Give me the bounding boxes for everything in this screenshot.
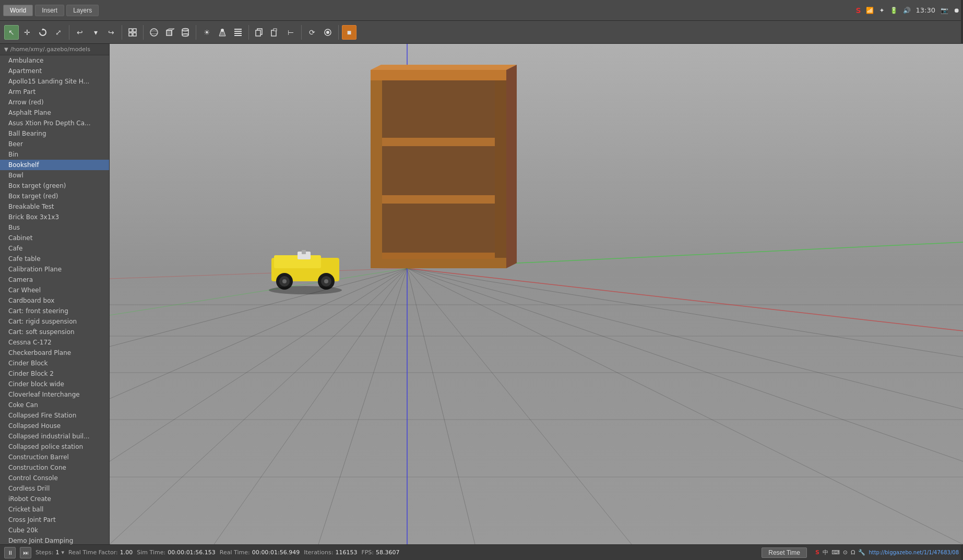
real-time-label: Real Time: (220, 549, 250, 556)
model-list-item[interactable]: Calibration Plane (0, 264, 109, 275)
toolbar-separator-5 (248, 25, 249, 40)
tab-world[interactable]: World (3, 5, 33, 16)
record-icon[interactable]: ⏺ (954, 7, 960, 14)
model-list-item[interactable]: Control Console (0, 473, 109, 483)
model-list-item[interactable]: Cart: rigid suspension (0, 316, 109, 327)
model-list-item[interactable]: Collapsed Fire Station (0, 410, 109, 421)
tab-insert[interactable]: Insert (35, 5, 64, 16)
model-list-item[interactable]: Brick Box 3x1x3 (0, 212, 109, 222)
model-list-item[interactable]: Cube 20k (0, 525, 109, 535)
copy-button[interactable] (252, 25, 267, 40)
orange-tool-button[interactable]: ■ (342, 25, 356, 40)
model-list-item[interactable]: Cinder Block 2 (0, 368, 109, 379)
model-list-item[interactable]: Collapsed House (0, 421, 109, 431)
svg-line-36 (318, 268, 407, 544)
model-list-item[interactable]: Coke Can (0, 400, 109, 410)
model-list-item[interactable]: Construction Barrel (0, 452, 109, 462)
model-list-item[interactable]: Ball Bearing (0, 128, 109, 139)
model-list-item[interactable]: Cinder Block (0, 358, 109, 368)
model-list-item[interactable]: Apollo15 Landing Site H... (0, 76, 109, 87)
model-list-item[interactable]: Ambulance (0, 55, 109, 66)
reset-time-button[interactable]: Reset Time (762, 547, 807, 558)
model-list: AmbulanceApartmentApollo15 Landing Site … (0, 55, 109, 544)
svg-rect-4 (133, 33, 136, 36)
model-list-item[interactable]: Cessna C-172 (0, 337, 109, 348)
select-tool-button[interactable]: ↖ (4, 25, 19, 40)
model-list-item[interactable]: Breakable Test (0, 201, 109, 212)
paste-button[interactable] (268, 25, 282, 40)
model-list-item[interactable]: Arrow (red) (0, 97, 109, 108)
model-list-item[interactable]: Box target (red) (0, 191, 109, 201)
camera-icon[interactable]: 📷 (941, 7, 948, 14)
model-list-item[interactable]: Asphalt Plane (0, 108, 109, 118)
model-list-item[interactable]: Collapsed police station (0, 442, 109, 452)
model-list-item[interactable]: Cafe table (0, 254, 109, 264)
model-list-item[interactable]: Cafe (0, 243, 109, 254)
svg-line-45 (110, 268, 407, 279)
model-list-item[interactable]: Apartment (0, 66, 109, 76)
svg-rect-7 (167, 30, 172, 35)
model-list-item[interactable]: Cross Joint Part (0, 515, 109, 525)
model-list-item[interactable]: Construction Cone (0, 462, 109, 473)
svg-point-13 (182, 33, 188, 36)
svg-rect-1 (129, 29, 132, 32)
steps-spinner[interactable]: ▾ (61, 549, 64, 556)
model-list-item[interactable]: Checkerboard Plane (0, 348, 109, 358)
model-list-item[interactable]: Cabinet (0, 233, 109, 243)
point-light-button[interactable]: ☀ (199, 25, 214, 40)
real-time-value: 00:00:01:56.949 (252, 549, 300, 556)
status-tools-icon: 🔧 (858, 549, 865, 556)
tab-layers[interactable]: Layers (66, 5, 99, 16)
step-button[interactable]: ⏭ (20, 547, 31, 558)
model-list-item[interactable]: Box target (green) (0, 181, 109, 191)
robot-car-object[interactable] (261, 247, 355, 300)
record-video-button[interactable] (320, 25, 335, 40)
model-list-item[interactable]: Asus Xtion Pro Depth Ca... (0, 118, 109, 128)
model-list-item[interactable]: Bin (0, 149, 109, 160)
model-list-item[interactable]: Demo Joint Damping (0, 535, 109, 544)
model-list-item[interactable]: Cricket ball (0, 504, 109, 515)
model-list-item[interactable]: Bowl (0, 170, 109, 181)
model-list-item[interactable]: Cart: soft suspension (0, 327, 109, 337)
model-list-item[interactable]: iRobot Create (0, 494, 109, 504)
snap-grid-button[interactable] (125, 25, 140, 40)
model-list-item[interactable]: Cart: front steering (0, 306, 109, 316)
spot-light-button[interactable] (215, 25, 230, 40)
align-button[interactable]: ⊢ (283, 25, 298, 40)
dir-light-button[interactable] (231, 25, 245, 40)
main-area: ▼ /home/xmy/.gazebo/models AmbulanceApar… (0, 44, 963, 544)
model-list-item[interactable]: Cinder block wide (0, 379, 109, 389)
model-list-item[interactable]: Camera (0, 275, 109, 285)
model-list-item[interactable]: Cloverleaf Interchange (0, 389, 109, 400)
undo-arrow-button[interactable]: ▾ (88, 25, 103, 40)
rotate-tool-button[interactable] (35, 25, 50, 40)
model-list-item[interactable]: Collapsed industrial buil... (0, 431, 109, 442)
model-list-item[interactable]: Bus (0, 222, 109, 233)
undo-button[interactable]: ↩ (73, 25, 87, 40)
viewport[interactable] (110, 44, 963, 544)
bluetooth-icon: ✦ (879, 7, 884, 14)
model-list-item[interactable]: Beer (0, 139, 109, 149)
model-list-item[interactable]: Bookshelf (0, 160, 109, 170)
model-list-item[interactable]: Cardboard box (0, 295, 109, 306)
dir-light-icon (233, 28, 243, 37)
scale-tool-button[interactable]: ⤢ (51, 25, 66, 40)
svg-line-37 (214, 268, 407, 544)
snap-icon (128, 28, 137, 37)
screenshot-button[interactable]: ⟳ (305, 25, 319, 40)
pause-button[interactable]: ⏸ (4, 547, 16, 558)
ground-plane (110, 269, 963, 544)
top-bar: World Insert Layers S 📶 ✦ 🔋 🔊 13:30 📷 ⏺ (0, 0, 963, 21)
model-list-item[interactable]: Car Wheel (0, 285, 109, 295)
translate-tool-button[interactable]: ✛ (20, 25, 34, 40)
rtf-item: Real Time Factor: 1.00 (68, 549, 133, 556)
pause-icon: ⏸ (7, 550, 13, 556)
model-list-item[interactable]: Cordless Drill (0, 483, 109, 494)
model-list-item[interactable]: Arm Part (0, 87, 109, 97)
bookshelf-object[interactable] (365, 65, 522, 289)
box-button[interactable] (162, 25, 177, 40)
sphere-button[interactable] (147, 25, 161, 40)
redo-button[interactable]: ↪ (104, 25, 118, 40)
cylinder-button[interactable] (178, 25, 193, 40)
status-bar: ⏸ ⏭ Steps: 1 ▾ Real Time Factor: 1.00 Si… (0, 544, 963, 560)
